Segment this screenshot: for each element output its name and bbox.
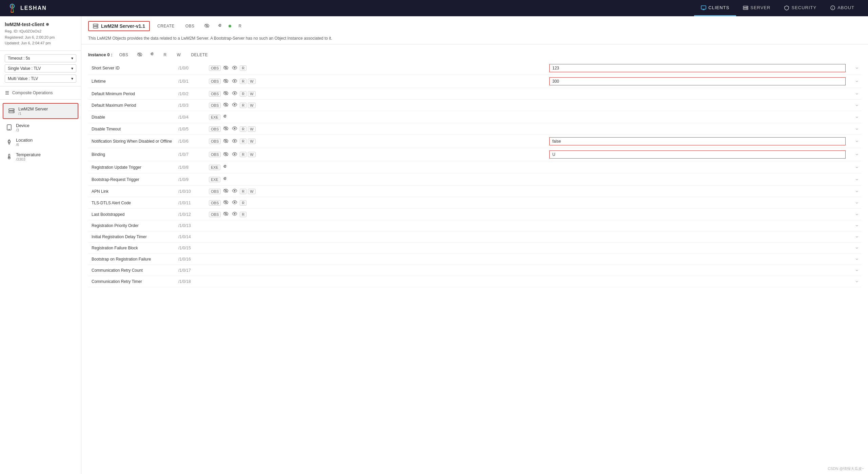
gear-icon[interactable] bbox=[222, 114, 229, 121]
gear-icon[interactable] bbox=[222, 176, 229, 183]
expand-chevron-cell[interactable]: › bbox=[848, 62, 861, 75]
timeout-select[interactable]: Timeout : 5s ▾ bbox=[5, 54, 76, 62]
eye-icon[interactable] bbox=[231, 78, 238, 85]
nav-item-clients[interactable]: CLIENTS bbox=[694, 0, 736, 16]
nav-item-about[interactable]: i ABOUT bbox=[823, 0, 861, 16]
expand-chevron-cell[interactable]: › bbox=[848, 75, 861, 88]
sidebar-item-temperature[interactable]: Temperature /3303 bbox=[0, 149, 81, 164]
exe-badge[interactable]: EXE bbox=[209, 165, 220, 170]
w-badge[interactable]: W bbox=[248, 103, 255, 108]
eye-off-icon[interactable] bbox=[222, 211, 230, 218]
composite-ops[interactable]: Composite Operations bbox=[0, 86, 81, 100]
r-badge[interactable]: R bbox=[240, 152, 246, 157]
expand-chevron-cell[interactable]: › bbox=[848, 135, 861, 148]
eye-icon[interactable] bbox=[231, 65, 238, 71]
expand-chevron-cell[interactable]: › bbox=[848, 161, 861, 173]
expand-chevron-cell[interactable]: › bbox=[848, 220, 861, 231]
r-badge[interactable]: R bbox=[240, 200, 246, 206]
eye-icon[interactable] bbox=[231, 200, 238, 206]
eye-off-icon[interactable] bbox=[222, 126, 230, 132]
expand-chevron-cell[interactable]: › bbox=[848, 123, 861, 135]
expand-chevron-cell[interactable]: › bbox=[848, 111, 861, 123]
obs-badge[interactable]: OBS bbox=[209, 65, 221, 71]
w-badge[interactable]: W bbox=[248, 189, 255, 194]
eye-icon[interactable] bbox=[231, 211, 238, 218]
eye-icon[interactable] bbox=[231, 90, 238, 97]
obs-button[interactable]: OBS bbox=[182, 22, 198, 30]
r-badge[interactable]: R bbox=[240, 91, 246, 97]
expand-chevron-cell[interactable]: › bbox=[848, 254, 861, 265]
obs-badge[interactable]: OBS bbox=[209, 126, 221, 132]
resource-ops: EXE bbox=[207, 173, 547, 186]
sidebar-item-device[interactable]: Device /3 bbox=[0, 120, 81, 135]
eye-off-icon[interactable] bbox=[222, 90, 230, 97]
svg-point-29 bbox=[97, 27, 97, 28]
sidebar-item-location[interactable]: Location /6 bbox=[0, 135, 81, 149]
r-badge[interactable]: R bbox=[240, 212, 246, 217]
eye-off-icon[interactable] bbox=[222, 138, 230, 145]
w-badge[interactable]: W bbox=[248, 139, 255, 144]
r-badge[interactable]: R bbox=[240, 139, 246, 144]
obs-badge[interactable]: OBS bbox=[209, 79, 221, 84]
instance-settings-button[interactable] bbox=[148, 50, 157, 59]
watermark: CSDN @情报大瓜皮~ bbox=[828, 466, 864, 471]
obs-badge[interactable]: OBS bbox=[209, 91, 221, 97]
r-button[interactable]: R bbox=[235, 22, 245, 30]
eye-off-button[interactable] bbox=[202, 22, 212, 30]
expand-chevron-cell[interactable]: › bbox=[848, 148, 861, 161]
sidebar-item-lwm2m-server[interactable]: LwM2M Server /1 bbox=[3, 103, 78, 119]
eye-icon[interactable] bbox=[231, 126, 238, 132]
resource-name: Registration Failure Block bbox=[88, 243, 176, 254]
eye-off-icon[interactable] bbox=[222, 151, 230, 158]
eye-off-icon[interactable] bbox=[222, 65, 230, 71]
expand-chevron-cell[interactable]: › bbox=[848, 231, 861, 243]
instance-obs-button[interactable]: OBS bbox=[116, 51, 132, 59]
exe-badge[interactable]: EXE bbox=[209, 115, 220, 120]
w-badge[interactable]: W bbox=[248, 152, 255, 157]
eye-off-icon[interactable] bbox=[222, 102, 230, 108]
exe-badge[interactable]: EXE bbox=[209, 177, 220, 182]
expand-chevron-cell[interactable]: › bbox=[848, 243, 861, 254]
w-badge[interactable]: W bbox=[248, 91, 255, 97]
r-badge[interactable]: R bbox=[240, 126, 246, 132]
r-badge[interactable]: R bbox=[240, 189, 246, 194]
eye-icon[interactable] bbox=[231, 188, 238, 194]
obs-badge[interactable]: OBS bbox=[209, 103, 221, 108]
obs-badge[interactable]: OBS bbox=[209, 189, 221, 194]
obs-badge[interactable]: OBS bbox=[209, 200, 221, 206]
single-value-select[interactable]: Single Value : TLV ▾ bbox=[5, 64, 76, 73]
gear-icon[interactable] bbox=[222, 164, 229, 171]
obs-badge[interactable]: OBS bbox=[209, 152, 221, 157]
expand-chevron-cell[interactable]: › bbox=[848, 88, 861, 100]
nav-item-server[interactable]: SERVER bbox=[736, 0, 777, 16]
w-badge[interactable]: W bbox=[248, 79, 255, 84]
create-button[interactable]: CREATE bbox=[154, 22, 178, 30]
eye-off-icon[interactable] bbox=[222, 200, 230, 206]
expand-chevron-cell[interactable]: › bbox=[848, 209, 861, 220]
expand-chevron-cell[interactable]: › bbox=[848, 265, 861, 276]
eye-off-icon[interactable] bbox=[222, 188, 230, 194]
obs-badge[interactable]: OBS bbox=[209, 212, 221, 217]
r-badge[interactable]: R bbox=[240, 79, 246, 84]
r-badge[interactable]: R bbox=[240, 103, 246, 108]
instance-r-button[interactable]: R bbox=[160, 51, 170, 59]
expand-chevron-cell[interactable]: › bbox=[848, 276, 861, 287]
instance-w-button[interactable]: W bbox=[174, 51, 184, 59]
table-row: Bootstrap on Registration Failure/1/0/16… bbox=[88, 254, 861, 265]
multi-value-select[interactable]: Multi Value : TLV ▾ bbox=[5, 75, 76, 83]
obs-badge[interactable]: OBS bbox=[209, 139, 221, 144]
r-badge[interactable]: R bbox=[240, 65, 246, 71]
eye-icon[interactable] bbox=[231, 151, 238, 158]
instance-delete-button[interactable]: DELETE bbox=[188, 51, 211, 59]
instance-eye-off-button[interactable] bbox=[135, 51, 144, 59]
w-badge[interactable]: W bbox=[248, 126, 255, 132]
eye-icon[interactable] bbox=[231, 138, 238, 145]
expand-chevron-cell[interactable]: › bbox=[848, 197, 861, 209]
nav-item-security[interactable]: SECURITY bbox=[777, 0, 823, 16]
eye-icon[interactable] bbox=[231, 102, 238, 108]
expand-chevron-cell[interactable]: › bbox=[848, 173, 861, 186]
expand-chevron-cell[interactable]: › bbox=[848, 100, 861, 111]
expand-chevron-cell[interactable]: › bbox=[848, 186, 861, 197]
eye-off-icon[interactable] bbox=[222, 78, 230, 85]
settings-button[interactable] bbox=[216, 22, 224, 30]
